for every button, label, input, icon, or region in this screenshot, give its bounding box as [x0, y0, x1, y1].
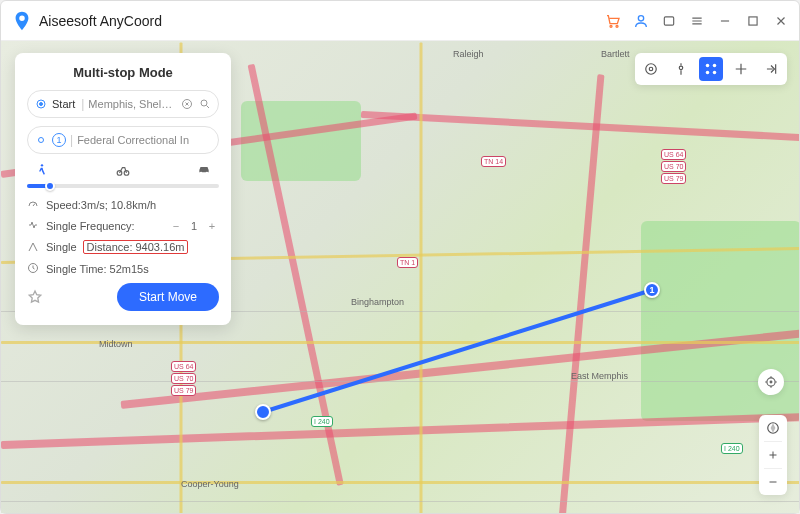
freq-value: 1: [191, 220, 197, 232]
app-logo-icon: [11, 10, 33, 32]
svg-point-11: [706, 71, 710, 75]
svg-point-9: [706, 64, 710, 68]
stop1-input-row[interactable]: 1 | Federal Correctional In: [27, 126, 219, 154]
mode-teleport-icon[interactable]: [639, 57, 663, 81]
svg-point-1: [616, 25, 618, 27]
minimize-icon[interactable]: [717, 13, 733, 29]
speed-text: Speed:3m/s; 10.8km/h: [46, 199, 156, 211]
zoom-control: [759, 415, 787, 495]
time-text: Single Time: 52m15s: [46, 263, 149, 275]
shield-tn1: TN 1: [397, 257, 418, 268]
user-icon[interactable]: [633, 13, 649, 29]
start-label: Start: [52, 98, 75, 110]
stop-index: 1: [52, 133, 66, 147]
time-row: Single Time: 52m15s: [27, 262, 219, 275]
svg-point-17: [40, 103, 43, 106]
bike-icon[interactable]: [114, 162, 132, 178]
start-move-button[interactable]: Start Move: [117, 283, 219, 311]
svg-point-8: [679, 66, 683, 70]
distance-label: Single: [46, 241, 77, 253]
svg-point-2: [638, 15, 643, 20]
start-field[interactable]: Memphis, Shelby Coun: [88, 98, 176, 110]
map-label-bartlett: Bartlett: [601, 49, 630, 59]
shield-us70b: US 70: [661, 161, 686, 172]
distance-icon: [27, 241, 40, 254]
mode-toolbar: [635, 53, 787, 85]
clear-icon[interactable]: [180, 97, 194, 111]
distance-value: Distance: 9403.16m: [83, 240, 189, 254]
maximize-icon[interactable]: [745, 13, 761, 29]
cart-icon[interactable]: [605, 13, 621, 29]
svg-point-20: [39, 138, 44, 143]
svg-point-10: [713, 64, 717, 68]
app-title: Aiseesoft AnyCoord: [39, 13, 162, 29]
map-label-raleigh: Raleigh: [453, 49, 484, 59]
close-icon[interactable]: [773, 13, 789, 29]
svg-rect-3: [664, 16, 673, 24]
titlebar: Aiseesoft AnyCoord: [1, 1, 799, 41]
content-area: Raleigh Bartlett Midtown Binghampton Eas…: [1, 41, 799, 513]
svg-point-6: [649, 67, 653, 71]
shield-us70: US 70: [171, 373, 196, 384]
speedometer-icon: [27, 198, 40, 211]
svg-point-12: [713, 71, 717, 75]
clock-icon: [27, 262, 40, 275]
shield-us64: US 64: [171, 361, 196, 372]
titlebar-actions: [605, 13, 789, 29]
svg-point-7: [646, 64, 657, 75]
shield-us79b: US 79: [661, 173, 686, 184]
speed-slider[interactable]: [27, 184, 219, 188]
shield-i240a: I 240: [311, 416, 333, 427]
frequency-row: Single Frequency: − 1 +: [27, 219, 219, 232]
distance-row: Single Distance: 9403.16m: [27, 240, 219, 254]
shield-tn14: TN 14: [481, 156, 506, 167]
transport-tabs: [27, 162, 219, 178]
shield-us64b: US 64: [661, 149, 686, 160]
freq-minus-button[interactable]: −: [169, 220, 183, 232]
mode-export-icon[interactable]: [759, 57, 783, 81]
svg-point-25: [206, 172, 208, 174]
window-icon[interactable]: [661, 13, 677, 29]
stop-radio-icon: [34, 133, 48, 147]
map-label-binghampton: Binghampton: [351, 297, 404, 307]
panel-footer: Start Move: [27, 283, 219, 311]
mode-multistop-icon[interactable]: [699, 57, 723, 81]
search-icon[interactable]: [198, 97, 212, 111]
stop1-field[interactable]: Federal Correctional In: [77, 134, 212, 146]
frequency-label: Single Frequency:: [46, 220, 135, 232]
waypoint-start[interactable]: [255, 404, 271, 420]
svg-point-19: [201, 100, 207, 106]
speed-row: Speed:3m/s; 10.8km/h: [27, 198, 219, 211]
waypoint-1-label: 1: [649, 285, 654, 295]
shield-us79: US 79: [171, 385, 196, 396]
frequency-icon: [27, 219, 40, 232]
mode-joystick-icon[interactable]: [729, 57, 753, 81]
panel-title: Multi-stop Mode: [27, 65, 219, 80]
walk-icon[interactable]: [33, 162, 51, 178]
multistop-panel: Multi-stop Mode Start | Memphis, Shelby …: [15, 53, 231, 325]
map-label-east-memphis: East Memphis: [571, 371, 628, 381]
svg-point-24: [200, 172, 202, 174]
freq-plus-button[interactable]: +: [205, 220, 219, 232]
start-radio-icon: [34, 97, 48, 111]
zoom-out-button[interactable]: [759, 469, 787, 495]
locate-button[interactable]: [758, 369, 784, 395]
menu-icon[interactable]: [689, 13, 705, 29]
start-input-row[interactable]: Start | Memphis, Shelby Coun: [27, 90, 219, 118]
svg-point-21: [41, 164, 43, 166]
favorite-icon[interactable]: [27, 289, 43, 305]
svg-point-14: [770, 381, 772, 383]
svg-point-0: [610, 25, 612, 27]
car-icon[interactable]: [195, 162, 213, 178]
app-window: Aiseesoft AnyCoord: [0, 0, 800, 514]
zoom-in-button[interactable]: [759, 442, 787, 468]
svg-rect-4: [749, 16, 757, 24]
compass-icon[interactable]: [759, 415, 787, 441]
waypoint-1[interactable]: 1: [644, 282, 660, 298]
mode-onestop-icon[interactable]: [669, 57, 693, 81]
shield-i240b: I 240: [721, 443, 743, 454]
